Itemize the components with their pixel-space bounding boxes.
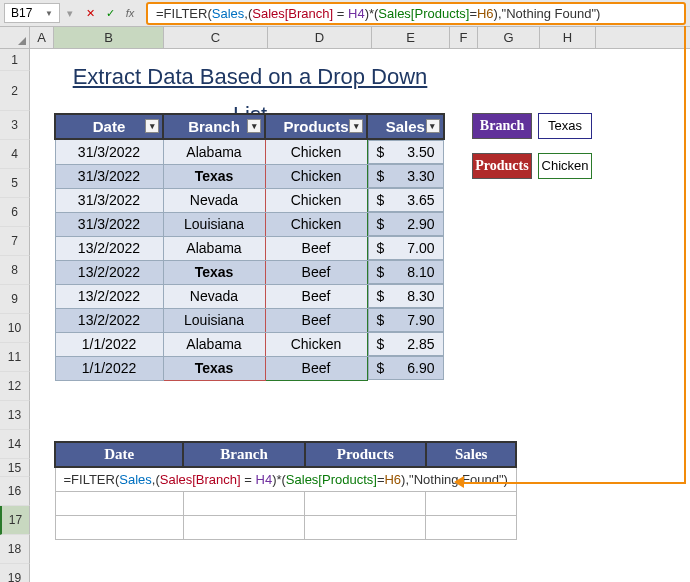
cell[interactable]: Alabama: [163, 236, 265, 260]
row-header[interactable]: 5: [0, 169, 30, 198]
row-header[interactable]: 14: [0, 430, 30, 459]
cell[interactable]: [426, 515, 516, 539]
col-date-header[interactable]: Date▾: [55, 114, 163, 139]
row-header[interactable]: 7: [0, 227, 30, 256]
row-header[interactable]: 11: [0, 343, 30, 372]
branch-label: Branch: [472, 113, 532, 139]
products-dropdown[interactable]: Chicken: [538, 153, 592, 179]
cell[interactable]: $7.00: [368, 236, 444, 260]
row-header[interactable]: 16: [0, 477, 30, 506]
cell[interactable]: Texas: [163, 356, 265, 380]
formula-bar-input[interactable]: =FILTER(Sales,(Sales[Branch] = H4)*(Sale…: [146, 2, 686, 25]
cell[interactable]: [55, 515, 183, 539]
col-products-header[interactable]: Products▾: [265, 114, 367, 139]
row-header[interactable]: 9: [0, 285, 30, 314]
cell[interactable]: Beef: [265, 308, 367, 332]
col-header[interactable]: A: [30, 27, 54, 48]
filter-dropdown-icon[interactable]: ▾: [247, 119, 261, 133]
col-header[interactable]: E: [372, 27, 450, 48]
cell[interactable]: [426, 491, 516, 515]
filter-dropdown-icon[interactable]: ▾: [145, 119, 159, 133]
row-header[interactable]: 15: [0, 459, 30, 477]
cell[interactable]: $8.10: [368, 260, 444, 284]
cell[interactable]: [183, 515, 304, 539]
sales-table: Date▾ Branch▾ Products▾ Sales▾ 31/3/2022…: [54, 113, 445, 381]
col-header[interactable]: D: [268, 27, 372, 48]
cell[interactable]: $3.65: [368, 188, 444, 212]
row-header[interactable]: 1: [0, 49, 30, 71]
filter-dropdown-icon[interactable]: ▾: [349, 119, 363, 133]
cancel-formula-button[interactable]: ✕: [80, 7, 100, 20]
cell[interactable]: 13/2/2022: [55, 236, 163, 260]
cell[interactable]: Alabama: [163, 332, 265, 356]
products-label: Products: [472, 153, 532, 179]
col-header[interactable]: G: [478, 27, 540, 48]
cell[interactable]: Louisiana: [163, 212, 265, 236]
active-cell[interactable]: =FILTER(Sales,(Sales[Branch] = H4)*(Sale…: [55, 467, 516, 491]
row-header[interactable]: 2: [0, 71, 30, 111]
col-header[interactable]: C: [164, 27, 268, 48]
cell[interactable]: Texas: [163, 260, 265, 284]
col-header[interactable]: F: [450, 27, 478, 48]
cell[interactable]: [183, 491, 304, 515]
row-header[interactable]: 12: [0, 372, 30, 401]
row-header[interactable]: 4: [0, 140, 30, 169]
row-header[interactable]: 10: [0, 314, 30, 343]
cell[interactable]: 31/3/2022: [55, 164, 163, 188]
cell[interactable]: Chicken: [265, 332, 367, 356]
cell[interactable]: 1/1/2022: [55, 332, 163, 356]
cell[interactable]: Beef: [265, 356, 367, 380]
col-header[interactable]: B: [54, 27, 164, 48]
col-sales-header[interactable]: Sales▾: [367, 114, 444, 139]
cell[interactable]: Beef: [265, 236, 367, 260]
col-branch-header[interactable]: Branch▾: [163, 114, 265, 139]
cell[interactable]: $6.90: [368, 356, 444, 380]
cell[interactable]: $3.30: [368, 164, 444, 188]
cell[interactable]: 31/3/2022: [55, 188, 163, 212]
accept-formula-button[interactable]: ✓: [100, 7, 120, 20]
row-header[interactable]: 17: [0, 506, 30, 535]
filter-dropdown-icon[interactable]: ▾: [426, 119, 440, 133]
cell[interactable]: Beef: [265, 260, 367, 284]
cell[interactable]: Chicken: [265, 188, 367, 212]
cell[interactable]: 31/3/2022: [55, 139, 163, 164]
cell[interactable]: Nevada: [163, 284, 265, 308]
cell[interactable]: $7.90: [368, 308, 444, 332]
cell[interactable]: Texas: [163, 164, 265, 188]
col-sales-header: Sales: [426, 442, 516, 467]
cell[interactable]: [55, 491, 183, 515]
row-header[interactable]: 18: [0, 535, 30, 564]
branch-dropdown[interactable]: Texas: [538, 113, 592, 139]
cell[interactable]: Beef: [265, 284, 367, 308]
cell[interactable]: Alabama: [163, 139, 265, 164]
cell[interactable]: 1/1/2022: [55, 356, 163, 380]
row-header[interactable]: 3: [0, 111, 30, 140]
dropdown-icon: ▾: [60, 7, 80, 20]
name-box-value: B17: [11, 6, 32, 20]
row-header[interactable]: 6: [0, 198, 30, 227]
cell[interactable]: Louisiana: [163, 308, 265, 332]
cell[interactable]: $3.50: [368, 140, 444, 164]
fx-icon[interactable]: fx: [120, 7, 140, 19]
cell[interactable]: 13/2/2022: [55, 284, 163, 308]
col-header[interactable]: H: [540, 27, 596, 48]
row-header[interactable]: 8: [0, 256, 30, 285]
select-all-corner[interactable]: [0, 27, 30, 48]
cell[interactable]: 13/2/2022: [55, 308, 163, 332]
cell[interactable]: Chicken: [265, 164, 367, 188]
row-header[interactable]: 19: [0, 564, 30, 582]
cell[interactable]: $2.85: [368, 332, 444, 356]
cell[interactable]: $2.90: [368, 212, 444, 236]
cell[interactable]: [305, 491, 426, 515]
cell[interactable]: [305, 515, 426, 539]
name-box[interactable]: B17 ▼: [4, 3, 60, 23]
cell[interactable]: 13/2/2022: [55, 260, 163, 284]
cell[interactable]: Chicken: [265, 212, 367, 236]
cell[interactable]: Nevada: [163, 188, 265, 212]
result-table: Date Branch Products Sales =FILTER(Sales…: [54, 441, 517, 540]
cell[interactable]: $8.30: [368, 284, 444, 308]
cell[interactable]: Chicken: [265, 139, 367, 164]
cell[interactable]: 31/3/2022: [55, 212, 163, 236]
row-header[interactable]: 13: [0, 401, 30, 430]
filter-controls: Branch Texas Products Chicken: [472, 113, 592, 193]
